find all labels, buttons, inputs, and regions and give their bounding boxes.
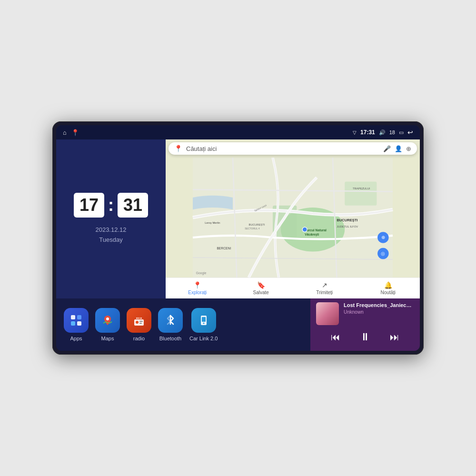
layers-icon[interactable]: ⊕ bbox=[406, 145, 411, 152]
music-info: Lost Frequencies_Janieck Devy-... Unknow… bbox=[316, 302, 414, 325]
clock-date: 2023.12.12 Tuesday bbox=[95, 225, 126, 245]
battery-icon: ▭ bbox=[399, 129, 404, 136]
map-search-icons: 🎤 👤 ⊕ bbox=[383, 145, 411, 152]
saved-icon: 🔖 bbox=[257, 281, 265, 289]
app-icon-carlink[interactable]: Car Link 2.0 bbox=[189, 308, 218, 341]
svg-point-34 bbox=[203, 323, 204, 324]
music-panel: Lost Frequencies_Janieck Devy-... Unknow… bbox=[310, 298, 420, 351]
svg-point-26 bbox=[136, 321, 139, 324]
clock-hours: 17 bbox=[74, 193, 104, 218]
svg-rect-25 bbox=[134, 319, 144, 326]
map-nav-saved[interactable]: 🔖 Salvate bbox=[229, 278, 293, 298]
svg-point-24 bbox=[106, 317, 109, 320]
play-pause-button[interactable]: ⏸ bbox=[358, 329, 372, 345]
volume-icon: 🔊 bbox=[379, 129, 386, 136]
svg-rect-33 bbox=[202, 317, 206, 322]
back-icon[interactable]: ↩ bbox=[407, 129, 413, 136]
maps-label: Maps bbox=[101, 336, 114, 341]
svg-rect-23 bbox=[77, 321, 81, 326]
app-icon-bluetooth[interactable]: Bluetooth bbox=[158, 308, 183, 341]
bottom-section: Apps Maps bbox=[56, 298, 420, 351]
svg-rect-27 bbox=[139, 321, 143, 322]
radio-icon-bg: FM bbox=[127, 308, 151, 333]
svg-text:Văcărești: Văcărești bbox=[305, 233, 319, 237]
map-location-icon: 📍 bbox=[174, 145, 182, 152]
prev-button[interactable]: ⏮ bbox=[329, 330, 342, 345]
battery-value: 18 bbox=[389, 129, 395, 135]
home-icon[interactable]: ⌂ bbox=[63, 129, 67, 136]
signal-icon: ▽ bbox=[353, 130, 357, 135]
status-bar: ⌂ 📍 ▽ 17:31 🔊 18 ▭ ↩ bbox=[56, 125, 420, 139]
svg-text:JUDEȚUL ILFOV: JUDEȚUL ILFOV bbox=[337, 225, 358, 228]
status-time: 17:31 bbox=[360, 129, 375, 136]
svg-text:SECTORUL 4: SECTORUL 4 bbox=[245, 227, 260, 230]
carlink-icon-bg bbox=[191, 308, 216, 333]
svg-text:Leroy Merlin: Leroy Merlin bbox=[205, 221, 220, 224]
bluetooth-label: Bluetooth bbox=[159, 336, 181, 341]
device-screen: ⌂ 📍 ▽ 17:31 🔊 18 ▭ ↩ 17 : 31 bbox=[56, 125, 420, 351]
svg-text:Google: Google bbox=[196, 271, 207, 275]
map-search-input[interactable]: Căutați aici bbox=[186, 145, 379, 152]
map-nav-share[interactable]: ↗ Trimiteți bbox=[293, 278, 357, 298]
map-panel[interactable]: 📍 Căutați aici 🎤 👤 ⊕ bbox=[166, 139, 420, 298]
main-content: 17 : 31 2023.12.12 Tuesday 📍 Căutați aic… bbox=[56, 139, 420, 298]
app-icon-radio[interactable]: FM radio bbox=[127, 308, 151, 341]
svg-text:BERCENI: BERCENI bbox=[217, 247, 231, 250]
explore-icon: 📍 bbox=[193, 281, 201, 289]
clock-panel: 17 : 31 2023.12.12 Tuesday bbox=[56, 139, 166, 298]
clock-display: 17 : 31 bbox=[74, 193, 148, 218]
car-infotainment-device: ⌂ 📍 ▽ 17:31 🔊 18 ▭ ↩ 17 : 31 bbox=[52, 121, 424, 355]
svg-text:BUCUREȘTI: BUCUREȘTI bbox=[337, 218, 357, 222]
clock-minutes: 31 bbox=[118, 193, 148, 218]
clock-colon: : bbox=[108, 193, 114, 218]
bluetooth-icon-bg bbox=[158, 308, 183, 333]
svg-rect-20 bbox=[71, 315, 75, 319]
svg-text:Parcul Natural: Parcul Natural bbox=[305, 228, 327, 232]
svg-rect-21 bbox=[77, 315, 81, 319]
map-nav-news[interactable]: 🔔 Noutăți bbox=[357, 278, 420, 298]
music-artist: Unknown bbox=[344, 309, 414, 315]
status-bar-right: ▽ 17:31 🔊 18 ▭ ↩ bbox=[353, 129, 413, 136]
svg-text:BUCUREȘTI: BUCUREȘTI bbox=[249, 223, 265, 226]
maps-status-icon[interactable]: 📍 bbox=[71, 129, 79, 136]
svg-rect-3 bbox=[345, 181, 377, 205]
map-bottom-nav: 📍 Explorați 🔖 Salvate ↗ Trimiteți 🔔 Nout… bbox=[166, 278, 420, 298]
svg-text:◎: ◎ bbox=[381, 251, 385, 256]
apps-label: Apps bbox=[70, 336, 82, 341]
music-title: Lost Frequencies_Janieck Devy-... bbox=[344, 302, 414, 308]
svg-text:TRAPEZULUI: TRAPEZULUI bbox=[353, 187, 370, 190]
svg-rect-22 bbox=[71, 321, 75, 326]
carlink-label: Car Link 2.0 bbox=[189, 336, 218, 341]
svg-text:⊕: ⊕ bbox=[381, 235, 385, 240]
apps-panel: Apps Maps bbox=[56, 298, 310, 351]
status-bar-left: ⌂ 📍 bbox=[63, 129, 79, 136]
map-nav-explore[interactable]: 📍 Explorați bbox=[166, 278, 229, 298]
svg-rect-28 bbox=[139, 323, 142, 324]
map-search-bar[interactable]: 📍 Căutați aici 🎤 👤 ⊕ bbox=[169, 142, 417, 155]
app-icon-apps[interactable]: Apps bbox=[64, 308, 89, 341]
music-text: Lost Frequencies_Janieck Devy-... Unknow… bbox=[344, 302, 414, 315]
account-icon[interactable]: 👤 bbox=[395, 145, 402, 152]
share-icon: ↗ bbox=[322, 281, 327, 289]
svg-text:FM: FM bbox=[137, 317, 140, 319]
mic-icon[interactable]: 🎤 bbox=[383, 145, 391, 152]
news-icon: 🔔 bbox=[384, 281, 392, 289]
map-area[interactable]: Parcul Natural Văcărești Leroy Merlin BU… bbox=[166, 158, 420, 278]
next-button[interactable]: ⏭ bbox=[388, 330, 401, 345]
apps-icon-bg bbox=[64, 308, 89, 333]
album-art bbox=[316, 302, 339, 325]
music-controls: ⏮ ⏸ ⏭ bbox=[316, 329, 414, 345]
maps-icon-bg bbox=[95, 308, 120, 333]
radio-label: radio bbox=[133, 336, 145, 341]
app-icon-maps[interactable]: Maps bbox=[95, 308, 120, 341]
svg-point-15 bbox=[302, 227, 307, 232]
